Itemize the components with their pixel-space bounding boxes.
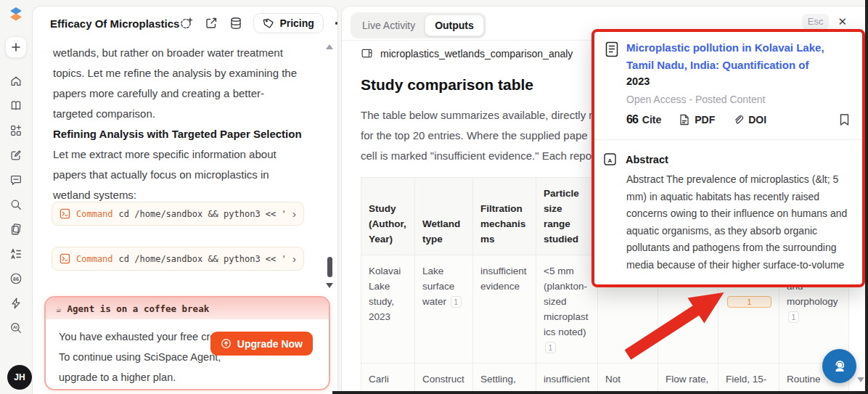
database-icon[interactable]: [229, 16, 243, 30]
paper-title-link[interactable]: Microplastic pollution in Kolavai Lake, …: [626, 39, 852, 74]
tab-live-activity[interactable]: Live Activity: [353, 15, 425, 36]
table-cell: insufficient evidence: [473, 255, 536, 364]
close-icon[interactable]: ✕: [838, 15, 847, 28]
message-line: papers more carefully and creating a bet…: [53, 83, 307, 104]
bookmark-icon[interactable]: [838, 113, 851, 126]
more-options-icon[interactable]: [334, 19, 338, 28]
chevron-right-icon[interactable]: ›: [292, 253, 296, 265]
scroll-down-icon[interactable]: [326, 283, 333, 288]
command-label: Command: [76, 209, 113, 219]
share-icon[interactable]: [204, 16, 218, 30]
message-line: targeted comparison.: [53, 104, 307, 124]
column-header: Wetland type: [415, 178, 473, 255]
headset-person-icon: [830, 357, 849, 376]
scispace-logo-icon: [8, 6, 24, 22]
command-block[interactable]: Command cd /home/sandbox && python3 << '…: [52, 247, 304, 271]
terminal-icon: [60, 208, 70, 219]
svg-text:66: 66: [13, 276, 19, 282]
output-file-item[interactable]: microplastics_wetlands_comparison_analy: [361, 47, 573, 59]
pdf-button[interactable]: PDF: [679, 114, 715, 126]
cite-button[interactable]: 66 Cite: [626, 113, 661, 126]
table-cell: Kolavai Lake study, 2023: [361, 255, 415, 364]
table-cell: Settling, adsorption: [473, 364, 536, 394]
table-cell: <5 mm (plankton-sized microplastics note…: [536, 255, 598, 364]
paper-year: 2023: [626, 75, 650, 87]
read-more-link[interactable]: Read More: [803, 276, 856, 276]
abstract-text: Abstract The prevalence of microplastics…: [626, 171, 860, 276]
column-header: Filtration mechanisms: [473, 178, 536, 255]
chat-title: Efficacy Of Microplastics: [50, 17, 179, 30]
scrollbar-thumb[interactable]: [327, 257, 332, 277]
column-header: Particle size range studied: [536, 178, 598, 255]
citation-badge[interactable]: 1: [545, 342, 556, 353]
paper-preview-popup: Microplastic pollution in Kolavai Lake, …: [591, 29, 865, 287]
paperclip-icon: [732, 114, 744, 126]
command-text: cd /home/sandbox && python3 << 'SC…: [119, 209, 287, 219]
esc-hint: Esc: [802, 14, 830, 29]
chevron-right-icon[interactable]: ›: [292, 208, 296, 220]
user-avatar[interactable]: JH: [7, 365, 32, 390]
pricing-button[interactable]: Pricing: [253, 13, 323, 33]
command-block[interactable]: Command cd /home/sandbox && python3 << '…: [52, 202, 304, 226]
papers-icon[interactable]: [9, 223, 22, 236]
app-window: 66 AI JH Efficacy Of Microplastics: [0, 0, 868, 394]
assistant-message: wetlands, but rather on broader water tr…: [53, 43, 307, 205]
tab-switcher: Live Activity Outputs: [351, 12, 486, 38]
section-heading: Refining Analysis with Targeted Paper Se…: [53, 124, 307, 144]
support-agent-button[interactable]: [822, 349, 856, 383]
upgrade-arrow-icon: [221, 338, 232, 349]
citation-badge[interactable]: 1: [451, 296, 462, 308]
lightning-icon[interactable]: [9, 297, 22, 310]
upgrade-now-button[interactable]: Upgrade Now: [210, 332, 313, 356]
message-line: papers that actually focus on microplast…: [53, 165, 307, 185]
paper-access-type: Open Access - Posted Content: [626, 94, 765, 105]
divider: [594, 139, 862, 140]
new-conversation-icon[interactable]: [179, 16, 194, 30]
quote-icon: 66: [626, 113, 638, 126]
command-label: Command: [76, 254, 113, 264]
table-cell: Flow rate, pollutant loading: [658, 364, 718, 394]
library-icon[interactable]: [9, 99, 22, 112]
table-cell: Carli Creek (Resid: [361, 364, 415, 394]
svg-text:A: A: [608, 157, 613, 164]
scroll-down-icon[interactable]: [857, 377, 864, 382]
coffee-icon: ☕: [56, 303, 62, 314]
output-title: Study comparison table: [361, 76, 533, 94]
price-tag-icon: [263, 17, 274, 29]
pdf-icon: [679, 114, 690, 126]
table-cell: Lake surface water 1: [415, 255, 473, 364]
home-icon[interactable]: [9, 75, 22, 88]
ai-search-icon[interactable]: AI: [9, 321, 22, 335]
window-edge: [865, 0, 868, 394]
table-cell: Field, 15-acre constructed: [718, 364, 779, 394]
new-chat-button[interactable]: [5, 36, 27, 58]
chat-icon[interactable]: [9, 173, 22, 186]
table-cell: insufficient evidence for MP: [536, 364, 598, 394]
table-file-icon: [361, 47, 373, 59]
compose-icon[interactable]: [9, 149, 22, 162]
citation-badge[interactable]: 1: [788, 311, 799, 323]
message-line: wetlands, but rather on broader water tr…: [53, 43, 307, 63]
credits-exhausted-banner: ☕ Agent is on a coffee break You have ex…: [44, 296, 330, 390]
command-text: cd /home/sandbox && python3 << 'SC…: [119, 254, 287, 264]
banner-title: Agent is on a coffee break: [67, 303, 210, 314]
column-header: Study (Author, Year): [361, 178, 415, 255]
table-row: Carli Creek (Resid Constructed wetland S…: [361, 364, 849, 394]
apps-plus-icon[interactable]: [9, 124, 22, 137]
abstract-icon: A: [603, 152, 617, 166]
terminal-icon: [60, 253, 70, 264]
banner-line: upgrade to a higher plan.: [59, 367, 319, 387]
sort-list-icon[interactable]: [9, 247, 22, 260]
scroll-up-icon[interactable]: [326, 44, 333, 49]
output-file-name: microplastics_wetlands_comparison_analy: [380, 48, 573, 59]
table-cell: Not reported for MP: [598, 364, 658, 394]
message-line: topics. Let me refine the analysis by ex…: [53, 63, 307, 83]
highlighted-citation-badge[interactable]: 1: [727, 296, 771, 308]
paper-icon: [605, 41, 619, 57]
chat-header: Efficacy Of Microplastics Pricing: [33, 7, 337, 40]
citations-icon[interactable]: 66: [9, 272, 22, 285]
tab-outputs[interactable]: Outputs: [425, 15, 484, 36]
search-icon[interactable]: [9, 198, 22, 211]
doi-button[interactable]: DOI: [732, 114, 766, 126]
svg-text:AI: AI: [13, 325, 17, 329]
